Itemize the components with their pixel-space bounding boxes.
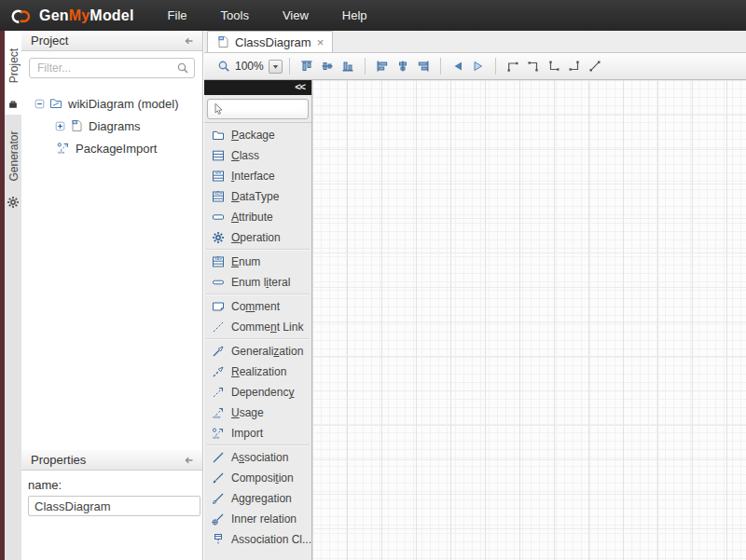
properties-body: name: (21, 471, 202, 560)
palette-collapse-button[interactable]: << (204, 80, 311, 95)
route-up-right-button[interactable] (503, 56, 523, 76)
diagram-file-icon (216, 35, 229, 48)
cloud-logo-icon (9, 7, 34, 24)
palette-item-enum[interactable]: «E»Enum (204, 252, 311, 272)
tab-classdiagram[interactable]: ClassDiagram × (207, 31, 333, 52)
palette-item-label: Association (231, 451, 288, 464)
tree-item-packageimport[interactable]: «I»PackageImport (21, 137, 202, 159)
tree-item-label: PackageImport (75, 142, 157, 156)
palette-item-label: Association Cl... (231, 533, 311, 546)
align-bottom-icon (341, 60, 354, 73)
align-middle-button[interactable] (317, 56, 338, 76)
palette-item-label: Inner relation (231, 512, 297, 526)
sidebar-tab-generator[interactable]: Generator (5, 115, 21, 213)
palette-item-label: Aggregation (231, 492, 292, 505)
flip-left-icon (451, 60, 464, 73)
palette-item-generalization[interactable]: Generalization (204, 341, 311, 362)
package-icon (212, 129, 225, 142)
diagram-toolbar: 100% (204, 53, 746, 80)
filter-area (21, 51, 202, 83)
align-left-button[interactable] (372, 56, 393, 76)
inner-relation-icon (212, 512, 225, 526)
model-folder-icon (49, 97, 62, 110)
palette-item-comment-link[interactable]: Comment Link (204, 317, 311, 337)
palette-item-label: Interface (231, 170, 275, 183)
expander-plus-icon[interactable] (55, 121, 65, 131)
class-icon (212, 149, 225, 162)
palette-item-label: Generalization (231, 345, 303, 358)
align-top-button[interactable] (297, 56, 317, 76)
flip-left-button[interactable] (448, 56, 468, 76)
tree-item-diagrams[interactable]: Diagrams (21, 115, 202, 137)
palette-item-association[interactable]: Association (204, 447, 311, 468)
palette-item-label: Realization (231, 365, 286, 378)
flip-right-button[interactable] (468, 56, 489, 76)
filter-input[interactable] (29, 58, 195, 78)
palette-item-comment[interactable]: Comment (204, 296, 311, 317)
enum-literal-icon (212, 276, 225, 289)
palette-item-dependency[interactable]: Dependency (204, 382, 311, 403)
palette-item-enum-literal[interactable]: Enum literal (204, 272, 311, 293)
palette-item-label: Operation (231, 231, 281, 244)
palette-item-composition[interactable]: Composition (204, 468, 311, 488)
route-right-down-button[interactable] (523, 56, 544, 76)
property-name-input[interactable] (28, 496, 200, 516)
palette-item-association-cl[interactable]: Association Cl... (204, 529, 311, 550)
palette-item-inner-relation[interactable]: Inner relation (204, 509, 311, 529)
align-center-button[interactable] (393, 56, 413, 76)
search-icon (176, 61, 189, 75)
palette-item-label: Composition (231, 471, 294, 485)
properties-panel-title: Properties (31, 453, 86, 467)
tree-item-wikidiagram[interactable]: wikiDiagram (model) (21, 92, 202, 115)
pointer-tool-button[interactable] (207, 99, 309, 119)
menu-help[interactable]: Help (331, 3, 379, 28)
tree-item-label: Diagrams (88, 119, 141, 133)
close-icon[interactable]: × (317, 36, 325, 48)
palette-item-attribute[interactable]: Attribute (204, 207, 311, 227)
attribute-icon (212, 211, 225, 224)
palette-item-datatype[interactable]: «D»DataType (204, 186, 311, 207)
route-right-up-button[interactable] (564, 56, 585, 76)
logo-text: GenMyModel (39, 7, 134, 24)
route-right-up-icon (568, 60, 581, 73)
collapse-left-icon[interactable] (182, 454, 195, 467)
palette-item-usage[interactable]: «u»Usage (204, 403, 311, 423)
palette-item-class[interactable]: Class (204, 145, 311, 166)
properties-panel-header: Properties (21, 450, 202, 471)
align-right-button[interactable] (413, 56, 434, 76)
align-right-icon (417, 60, 430, 73)
magnifier-icon (217, 60, 230, 73)
zoom-dropdown-button[interactable] (269, 60, 283, 74)
palette-item-realization[interactable]: Realization (204, 362, 311, 382)
menu-file[interactable]: File (157, 3, 199, 28)
palette-item-label: Enum literal (231, 276, 290, 289)
palette-item-aggregation[interactable]: Aggregation (204, 488, 311, 509)
palette-item-import[interactable]: «I»Import (204, 423, 311, 444)
tree-item-label: wikiDiagram (model) (67, 97, 178, 111)
expander-minus-icon[interactable] (35, 99, 45, 109)
svg-text:«I»: «I» (58, 149, 64, 155)
palette-item-interface[interactable]: «I»Interface (204, 166, 311, 186)
flip-right-icon (472, 60, 485, 73)
generalization-icon (212, 345, 225, 358)
diagram-canvas[interactable] (312, 80, 746, 560)
route-down-right-button[interactable] (544, 56, 564, 76)
align-bottom-button[interactable] (338, 56, 358, 76)
side-tab-bar: ProjectGenerator (5, 31, 21, 560)
route-diagonal-button[interactable] (585, 56, 605, 76)
collapse-left-icon[interactable] (182, 34, 195, 48)
menu-view[interactable]: View (271, 3, 320, 28)
palette-item-package[interactable]: Package (204, 125, 311, 145)
route-up-right-icon (506, 60, 519, 73)
palette-item-operation[interactable]: Operation (204, 227, 311, 248)
tab-label: ClassDiagram (235, 35, 311, 49)
palette-item-label: Comment (231, 300, 280, 313)
route-diagonal-icon (588, 60, 601, 73)
sidebar-tab-label: Generator (7, 130, 20, 181)
association-class-icon (212, 533, 225, 546)
sidebar-tab-project[interactable]: Project (5, 31, 21, 115)
palette-item-label: Enum (231, 255, 260, 268)
menu-tools[interactable]: Tools (210, 3, 260, 28)
align-left-icon (376, 60, 389, 73)
datatype-icon: «D» (212, 190, 225, 203)
